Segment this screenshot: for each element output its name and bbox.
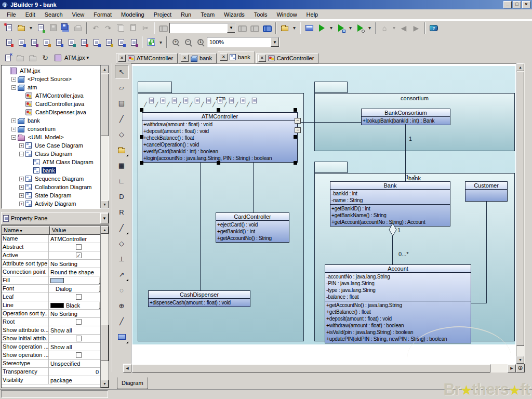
minimize-button[interactable]: _: [503, 1, 512, 8]
tree-item-atm-class-diagram[interactable]: ATM Class Diagram: [2, 158, 109, 166]
uml-tool-8[interactable]: [90, 36, 102, 48]
close-tab-icon[interactable]: ✕: [118, 55, 126, 62]
tree-item-atm-jpx[interactable]: ATM.jpx: [2, 66, 109, 75]
menu-help[interactable]: Help: [302, 10, 323, 19]
menu-project[interactable]: Project: [149, 10, 176, 19]
scroll-thumb[interactable]: [101, 74, 109, 136]
add-association-button[interactable]: [167, 97, 177, 106]
menu-window[interactable]: Window: [272, 10, 301, 19]
scroll-down-icon[interactable]: ▼: [101, 201, 109, 208]
property-row-operation-sort-ty-[interactable]: Operation sort ty...No Sorting: [2, 310, 109, 318]
expand-toggle-icon[interactable]: +: [19, 143, 24, 148]
selection-handle[interactable]: [294, 135, 297, 139]
runtime-config-dropdown[interactable]: ▾: [291, 22, 298, 34]
selection-handle[interactable]: [140, 135, 143, 139]
collapse-compartment-button[interactable]: −: [295, 118, 301, 124]
uml-tool-3[interactable]: [28, 36, 40, 48]
open-dropdown[interactable]: ▾: [28, 22, 34, 34]
selection-handle[interactable]: [140, 161, 143, 165]
profile-project-button[interactable]: [354, 22, 366, 34]
tree-item--project-source-[interactable]: +<Project Source>: [2, 75, 109, 83]
tree-item-cardcontroller-java[interactable]: CardController.java: [2, 100, 109, 108]
tree-item--uml-model-[interactable]: −<UML Model>: [2, 133, 109, 141]
property-value[interactable]: Show all: [49, 326, 109, 334]
menu-file[interactable]: File: [2, 10, 21, 19]
tree-item-activity-diagram[interactable]: +Activity Diagram: [2, 200, 109, 208]
property-row-stereotype[interactable]: StereotypeUnspecified: [2, 360, 109, 368]
refresh-button[interactable]: ↻: [39, 52, 51, 63]
menu-edit[interactable]: Edit: [21, 10, 40, 19]
decision-tool[interactable]: ◇: [115, 236, 129, 250]
shape-tool[interactable]: [115, 330, 129, 344]
scroll-left-icon[interactable]: ◀: [123, 364, 131, 373]
eraser-tool[interactable]: ▱: [115, 81, 129, 95]
uml-tool-11[interactable]: [127, 36, 140, 48]
scroll-thumb[interactable]: [516, 72, 524, 346]
scroll-down-icon[interactable]: ▼: [516, 356, 524, 364]
scroll-thumb[interactable]: [101, 325, 109, 361]
expand-toggle-icon[interactable]: +: [11, 127, 16, 131]
diagram-canvas[interactable]: atmconsortiumbankATMController+withdraw(…: [131, 63, 516, 364]
expand-toggle-icon[interactable]: +: [19, 193, 24, 198]
save-all-button[interactable]: [59, 22, 72, 34]
message-tool[interactable]: ↗: [115, 268, 129, 282]
editor-tab-cardcontroller[interactable]: ✕CardController: [256, 53, 319, 63]
class-tool[interactable]: ▦: [115, 158, 129, 172]
expand-toggle-icon[interactable]: +: [19, 202, 24, 206]
debug-dropdown[interactable]: ▾: [347, 22, 354, 34]
uml-tool-6[interactable]: [65, 36, 77, 48]
grid-dropdown[interactable]: ▾: [157, 36, 164, 48]
extend-tool[interactable]: ⊕: [115, 299, 129, 313]
editor-tab-bank[interactable]: ✕bank: [179, 53, 217, 63]
make-project-button[interactable]: [303, 22, 315, 34]
tab-diagram[interactable]: Diagram: [117, 377, 148, 389]
add-inner-class-button[interactable]: [235, 97, 246, 106]
vertical-scrollbar[interactable]: ▲ ▼: [516, 63, 525, 364]
property-value[interactable]: Unspecified: [49, 360, 109, 367]
close-tab-icon[interactable]: ✕: [181, 55, 189, 62]
zoom-out-button[interactable]: −: [182, 36, 194, 48]
tree-item-class-diagram[interactable]: −Class Diagram: [2, 150, 109, 158]
tree-item-use-case-diagram[interactable]: +Use Case Diagram: [2, 141, 109, 150]
close-tab-icon[interactable]: ✕: [258, 55, 266, 62]
checkbox-icon[interactable]: [76, 294, 82, 300]
new-file-button[interactable]: ✱: [3, 22, 15, 34]
tree-item-consortium[interactable]: +consortium: [2, 125, 109, 133]
uml-tool-5[interactable]: [52, 36, 65, 48]
association-tool[interactable]: ╱: [115, 112, 129, 126]
property-value[interactable]: [49, 243, 109, 251]
property-value[interactable]: [49, 335, 109, 342]
swimlane-tool[interactable]: ⊥: [115, 252, 129, 266]
uml-tool-1[interactable]: [3, 36, 15, 48]
scroll-down-icon[interactable]: ▼: [101, 380, 109, 388]
menu-team[interactable]: Team: [196, 10, 219, 19]
property-row-show-operation-[interactable]: Show operation ...Show all: [2, 343, 109, 351]
tree-item-atmcontroller-java[interactable]: ATMController.java: [2, 91, 109, 100]
property-value[interactable]: Dialog...: [49, 285, 109, 292]
aggregation-link-tool[interactable]: ◇: [115, 127, 129, 141]
uml-class-atmcontroller[interactable]: ATMController+withdraw(amount : float) :…: [142, 112, 298, 163]
property-row-visibility[interactable]: Visibilitypackage: [2, 376, 109, 384]
close-project-button[interactable]: ×: [2, 52, 14, 63]
property-value[interactable]: 0▸: [49, 368, 109, 376]
property-value[interactable]: No Sorting: [49, 260, 109, 268]
column-header-name[interactable]: Name ▾: [2, 226, 50, 235]
property-row-root[interactable]: Root: [2, 318, 109, 326]
property-row-leaf[interactable]: Leaf: [2, 293, 109, 301]
expand-toggle-icon[interactable]: +: [19, 185, 24, 190]
property-row-show-attribute-o-[interactable]: Show attribute o...Show all: [2, 326, 109, 335]
checkbox-icon[interactable]: [76, 336, 82, 341]
grid-options-button[interactable]: [145, 36, 157, 48]
property-row-show-operation-[interactable]: Show operation ...: [2, 351, 109, 360]
add-composition-button[interactable]: [190, 97, 200, 106]
selection-handle[interactable]: [294, 108, 297, 112]
menu-tools[interactable]: Tools: [249, 10, 272, 19]
expand-toggle-icon[interactable]: +: [11, 118, 16, 123]
property-row-font[interactable]: FontDialog...: [2, 285, 109, 293]
uml-class-cardcontroller[interactable]: CardController+ejectCard() : void+getBan…: [216, 212, 289, 243]
checkbox-icon[interactable]: ✓: [76, 252, 82, 258]
selection-handle[interactable]: [294, 161, 297, 165]
selection-handle[interactable]: [140, 108, 143, 112]
property-value[interactable]: [49, 293, 109, 301]
pan-button[interactable]: ⊕: [516, 364, 525, 373]
